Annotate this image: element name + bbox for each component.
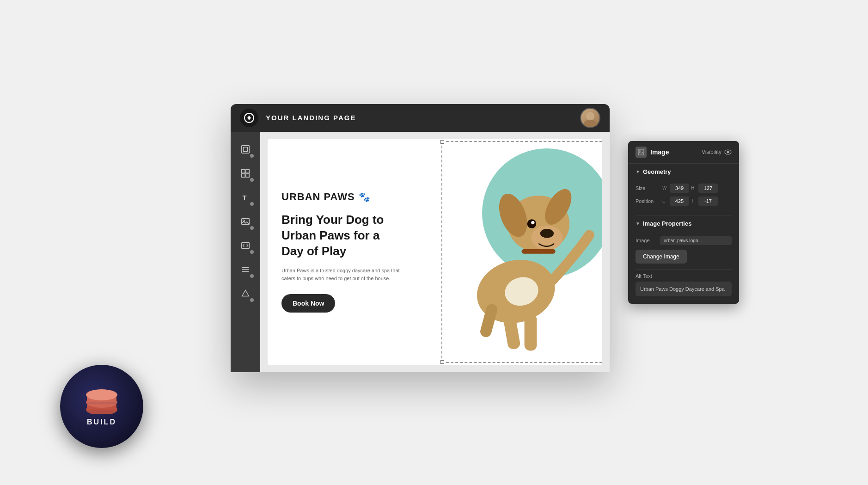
svg-rect-26 (524, 314, 537, 350)
list-icon (240, 264, 251, 275)
tool-dot (250, 202, 254, 206)
brand-name: URBAN PAWS 🐾 (281, 191, 404, 203)
panel-header-left: Image (636, 147, 669, 158)
svg-text:T: T (243, 194, 247, 201)
canvas-content: URBAN PAWS 🐾 Bring Your Dog to Urban Paw… (268, 139, 602, 365)
svg-point-23 (531, 221, 534, 224)
image-panel-icon (638, 149, 644, 155)
image-tool[interactable] (235, 211, 256, 232)
alt-text-section: Alt Text Urban Paws Doggy Daycare and Sp… (628, 270, 739, 304)
frame-tool[interactable] (235, 139, 256, 160)
toolbar: T (231, 132, 260, 372)
svg-rect-29 (638, 149, 644, 155)
frame-icon (240, 144, 251, 154)
hero-title: Bring Your Dog to Urban Paws for a Day o… (281, 212, 404, 259)
svg-point-30 (639, 150, 641, 152)
left-input: L (662, 196, 689, 206)
image-field-label: Image (636, 238, 656, 243)
tool-dot (250, 178, 254, 182)
width-field[interactable] (670, 184, 689, 193)
top-input: T (691, 196, 718, 206)
height-field[interactable] (698, 184, 718, 193)
svg-rect-8 (246, 173, 249, 177)
size-group: W H (662, 184, 718, 193)
main-card: YOUR LANDING PAGE (231, 104, 610, 372)
image-props-label: Image Properties (643, 220, 692, 227)
layers-icon (83, 387, 120, 414)
build-label: BUILD (87, 418, 116, 426)
build-icon (83, 387, 120, 414)
hero-description: Urban Paws is a trusted doggy daycare an… (281, 267, 404, 283)
embed-tool[interactable] (235, 235, 256, 256)
text-tool[interactable]: T (235, 187, 256, 208)
logo-icon (244, 112, 255, 123)
shape-icon (240, 289, 251, 299)
top-key: T (691, 198, 697, 203)
top-field[interactable] (698, 196, 718, 206)
svg-rect-4 (243, 147, 247, 151)
svg-point-37 (86, 389, 117, 400)
size-row: Size W H (636, 184, 732, 193)
svg-rect-3 (242, 145, 250, 153)
svg-point-2 (583, 119, 597, 128)
avatar-initials (581, 109, 599, 127)
svg-point-1 (586, 112, 594, 120)
image-field-row: Image urban-paws-logo... (628, 232, 739, 250)
tool-dot (250, 226, 254, 230)
panel-title: Image (650, 148, 669, 156)
alt-text-value[interactable]: Urban Paws Doggy Daycare and Spa (636, 282, 732, 297)
tool-dot (250, 298, 254, 302)
dog-illustration (418, 139, 602, 365)
position-row: Position L T (636, 196, 732, 206)
app-logo (240, 109, 258, 127)
canvas-area: URBAN PAWS 🐾 Bring Your Dog to Urban Paw… (260, 132, 610, 372)
embed-icon (240, 240, 251, 251)
svg-point-32 (727, 151, 729, 153)
shape-tool[interactable] (235, 283, 256, 304)
left-field[interactable] (670, 196, 689, 206)
canvas-left: URBAN PAWS 🐾 Bring Your Dog to Urban Paw… (268, 139, 418, 365)
properties-panel: Image Visibility ▼ Geometry Size W (628, 141, 739, 304)
paw-icon: 🐾 (359, 191, 371, 203)
grid-tool[interactable] (235, 163, 256, 184)
book-now-button[interactable]: Book Now (281, 294, 335, 313)
tool-dot (250, 274, 254, 278)
geometry-fields: Size W H Position L (628, 180, 739, 215)
panel-header: Image Visibility (628, 141, 739, 164)
height-input: H (691, 184, 718, 193)
tool-dot (250, 154, 254, 158)
image-icon (240, 216, 251, 227)
position-group: L T (662, 196, 718, 206)
build-badge: BUILD (60, 365, 143, 448)
avatar[interactable] (580, 108, 600, 128)
text-icon: T (240, 192, 251, 203)
geometry-label: Geometry (643, 168, 671, 175)
page-title: YOUR LANDING PAGE (266, 114, 573, 122)
width-key: W (662, 185, 669, 190)
geometry-section-header[interactable]: ▼ Geometry (628, 164, 739, 180)
visibility-label: Visibility (702, 149, 721, 155)
width-input: W (662, 184, 689, 193)
svg-rect-7 (242, 173, 245, 177)
svg-rect-6 (246, 169, 249, 172)
panel-image-icon (636, 147, 647, 158)
visibility-control[interactable]: Visibility (702, 148, 732, 156)
image-props-header[interactable]: ▼ Image Properties (628, 215, 739, 232)
change-image-button[interactable]: Change Image (636, 250, 687, 264)
position-label: Position (636, 198, 659, 204)
image-properties-section: ▼ Image Properties Image urban-paws-logo… (628, 215, 739, 264)
height-key: H (691, 185, 697, 190)
canvas-right (418, 139, 602, 365)
content-area: T (231, 132, 610, 372)
size-label: Size (636, 185, 659, 191)
alt-text-label: Alt Text (636, 273, 732, 279)
left-key: L (662, 198, 669, 203)
svg-rect-24 (521, 249, 555, 253)
svg-point-21 (540, 228, 554, 238)
svg-rect-5 (242, 169, 245, 172)
list-tool[interactable] (235, 259, 256, 280)
eye-icon (724, 148, 732, 156)
tool-dot (250, 250, 254, 254)
topbar: YOUR LANDING PAGE (231, 104, 610, 132)
chevron-down-icon-2: ▼ (636, 221, 640, 226)
